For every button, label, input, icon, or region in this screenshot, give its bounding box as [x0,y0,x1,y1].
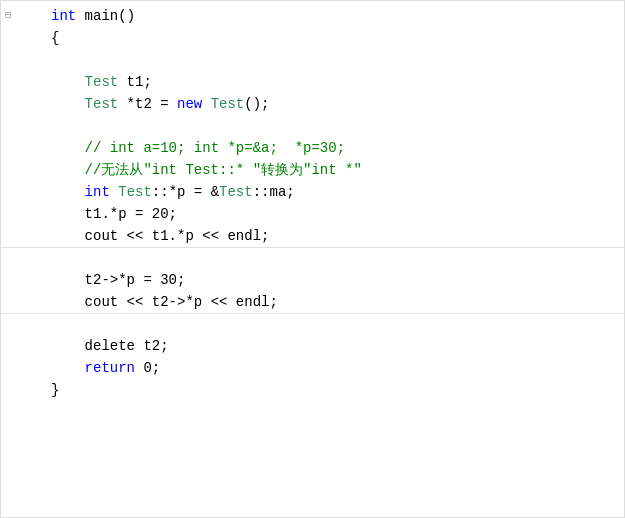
token: //无法从"int Test::* "转换为"int *" [51,162,362,178]
line-content: int Test::*p = &Test::ma; [21,181,295,203]
token [51,184,85,200]
code-editor: ⊟int main(){ Test t1; Test *t2 = new Tes… [0,0,625,518]
code-line [1,49,624,71]
code-line [1,115,624,137]
code-line: return 0; [1,357,624,379]
token: ::ma; [253,184,295,200]
token: Test [85,74,119,90]
gutter [1,248,15,269]
token: { [51,30,59,46]
token: // int a=10; int *p=&a; *p=30; [51,140,345,156]
code-line: cout << t2->*p << endl; [1,291,624,313]
gutter [1,181,15,203]
token [51,360,85,376]
code-line: cout << t1.*p << endl; [1,225,624,247]
token: return [85,360,135,376]
line-content: { [21,27,59,49]
line-content: return 0; [21,357,160,379]
gutter [1,269,15,291]
gutter [1,314,15,335]
code-line: t2->*p = 30; [1,269,624,291]
token: Test [219,184,253,200]
token [51,74,85,90]
code-line [1,247,624,269]
token [110,184,118,200]
code-line: //无法从"int Test::* "转换为"int *" [1,159,624,181]
gutter [1,291,15,313]
line-content: delete t2; [21,335,169,357]
code-line: // int a=10; int *p=&a; *p=30; [1,137,624,159]
token: cout << t1.*p << endl; [51,228,269,244]
line-content: Test t1; [21,71,152,93]
code-line: Test t1; [1,71,624,93]
line-content: cout << t2->*p << endl; [21,291,278,313]
token: 0; [135,360,160,376]
line-content: t2->*p = 30; [21,269,185,291]
token: (); [244,96,269,112]
gutter [1,357,15,379]
code-line: ⊟int main() [1,5,624,27]
line-content: } [21,379,59,401]
line-content: t1.*p = 20; [21,203,177,225]
token [202,96,210,112]
token: Test [118,184,152,200]
gutter [1,379,15,401]
token: delete t2; [51,338,169,354]
gutter [1,27,15,49]
token: ::*p = & [152,184,219,200]
token: } [51,382,59,398]
gutter [1,71,15,93]
token: main() [76,8,135,24]
code-line: int Test::*p = &Test::ma; [1,181,624,203]
token: Test [85,96,119,112]
token: int [51,8,76,24]
token: t1; [118,74,152,90]
code-line: } [1,379,624,401]
gutter: ⊟ [1,5,15,27]
token [51,96,85,112]
code-line: delete t2; [1,335,624,357]
collapse-icon[interactable]: ⊟ [5,8,11,24]
line-content: Test *t2 = new Test(); [21,93,269,115]
token: new [177,96,202,112]
token: cout << t2->*p << endl; [51,294,278,310]
gutter [1,93,15,115]
line-content: // int a=10; int *p=&a; *p=30; [21,137,345,159]
gutter [1,203,15,225]
gutter [1,159,15,181]
gutter [1,49,15,71]
token: t2->*p = 30; [51,272,185,288]
line-content: //无法从"int Test::* "转换为"int *" [21,159,362,181]
gutter [1,335,15,357]
token: t1.*p = 20; [51,206,177,222]
token: int [85,184,110,200]
gutter [1,225,15,247]
code-line: t1.*p = 20; [1,203,624,225]
gutter [1,137,15,159]
token: *t2 = [118,96,177,112]
code-line: Test *t2 = new Test(); [1,93,624,115]
gutter [1,115,15,137]
line-content: int main() [21,5,135,27]
token: Test [211,96,245,112]
code-line: { [1,27,624,49]
code-line [1,313,624,335]
line-content: cout << t1.*p << endl; [21,225,269,247]
